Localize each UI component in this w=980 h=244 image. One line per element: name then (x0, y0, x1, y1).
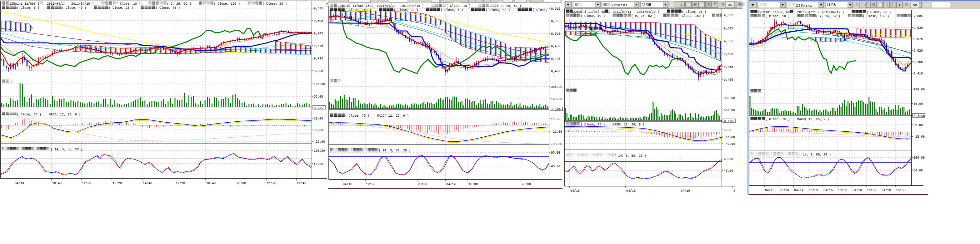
svg-text:11/06: 11/06 (642, 3, 651, 7)
svg-text:( Close, 10 ): ( Close, 10 ) (116, 2, 141, 6)
svg-text:55.00: 55.00 (913, 102, 923, 106)
svg-text:9,445: 9,445 (314, 45, 323, 48)
svg-text:T: T (714, 3, 716, 6)
svg-text:9,410: 9,410 (913, 72, 923, 75)
svg-text:( 9, 26, 52 ): ( 9, 26, 52 ) (631, 14, 655, 18)
svg-text:60: 60 (913, 3, 917, 7)
svg-text:( Close, 5 ): ( Close, 5 ) (441, 8, 463, 12)
svg-text:9,405: 9,405 (724, 78, 733, 81)
svg-text:14:40: 14:40 (143, 182, 152, 185)
svg-text:9,525: 9,525 (551, 32, 560, 36)
svg-text:10:40: 10:40 (52, 182, 62, 185)
svg-text:95.00: 95.00 (314, 95, 323, 99)
svg-text:225mini 11/06( 5: 225mini 11/06( 5 (10, 2, 40, 6)
svg-text:( 9, 26, 52 ): ( 9, 26, 52 ) (497, 5, 521, 8)
svg-text:50.00: 50.00 (314, 163, 323, 166)
svg-text:9,610: 9,610 (551, 7, 560, 11)
svg-text:( 14, 3, 80, 20 ): ( 14, 3, 80, 20 ) (51, 148, 83, 151)
svg-text:04/18: 04/18 (626, 189, 636, 193)
svg-text:350.00: 350.00 (724, 109, 735, 112)
svg-text:20:00: 20:00 (237, 182, 246, 185)
svg-text:04/19: 04/19 (681, 189, 690, 193)
svg-text:20:00: 20:00 (418, 183, 427, 186)
svg-text:04/15: 04/15 (823, 189, 833, 192)
svg-text:45.00: 45.00 (551, 165, 560, 168)
svg-text:( Close, 25 ): ( Close, 25 ) (867, 11, 891, 14)
svg-text:9,465: 9,465 (913, 61, 923, 64)
svg-text:-15.00: -15.00 (913, 135, 925, 139)
svg-text:100.00: 100.00 (913, 156, 925, 159)
svg-text:-22.00: -22.00 (314, 140, 325, 144)
svg-text:( 14, 3, 80, 20 ): ( 14, 3, 80, 20 ) (799, 153, 831, 156)
svg-text:( 9, 26, 52 ): ( 9, 26, 52 ) (167, 2, 191, 6)
svg-text:50.00: 50.00 (913, 169, 923, 172)
svg-text:( Close, 10 ): ( Close, 10 ) (765, 15, 790, 18)
svg-text:16:30: 16:30 (809, 189, 818, 192)
svg-text:16:30: 16:30 (896, 189, 905, 192)
svg-text:( 14, 3, 80, 20 ): ( 14, 3, 80, 20 ) (379, 149, 410, 152)
svg-text:( Close, 25 ): ( Close, 25 ) (682, 10, 706, 14)
svg-text:( Close, 5 ): ( Close, 5 ) (17, 6, 40, 10)
svg-text:( Close, 150 ): ( Close, 150 ) (863, 15, 889, 18)
svg-text:( Close, 10 ): ( Close, 10 ) (446, 5, 471, 8)
svg-text:100.00: 100.00 (314, 149, 325, 153)
svg-text:9,520: 9,520 (913, 49, 923, 53)
svg-text:× 100: × 100 (314, 106, 323, 110)
svg-text:16:30: 16:30 (867, 189, 876, 192)
svg-text:9,555: 9,555 (724, 40, 733, 43)
svg-text:800.00: 800.00 (724, 97, 735, 100)
svg-text:8.00: 8.00 (724, 129, 731, 132)
svg-text:( Close, 150 ): ( Close, 150 ) (345, 8, 371, 12)
svg-text:16:30: 16:30 (780, 189, 789, 192)
svg-text:9,505: 9,505 (724, 53, 733, 56)
svg-text:9,655: 9,655 (724, 14, 733, 17)
svg-text:9,565: 9,565 (551, 20, 560, 23)
svg-text:0: 0 (733, 189, 735, 193)
svg-text:195.00: 195.00 (314, 83, 325, 86)
svg-text:11.00: 11.00 (551, 118, 560, 121)
svg-text:-33.00: -33.00 (551, 143, 562, 146)
svg-text:13:20: 13:20 (113, 182, 122, 185)
svg-text:12:00: 12:00 (366, 183, 375, 186)
svg-text:9,630: 9,630 (913, 26, 923, 30)
svg-text:16:30: 16:30 (838, 189, 847, 192)
svg-text:385.00: 385.00 (551, 85, 562, 89)
svg-text:04/19: 04/19 (881, 189, 891, 192)
svg-text:× 100: × 100 (724, 120, 733, 123)
svg-text:9,575: 9,575 (913, 38, 923, 41)
svg-text:225mini 11/06( 30: 225mini 11/06( 30 (573, 10, 605, 14)
svg-text:9,505: 9,505 (314, 19, 323, 23)
svg-text:10.00: 10.00 (314, 117, 323, 120)
svg-text:MACD( 12, 26, 9 ): MACD( 12, 26, 9 ) (797, 118, 829, 121)
svg-text:22:40: 22:40 (297, 182, 306, 185)
svg-text:( Close, 20 ): ( Close, 20 ) (262, 2, 287, 6)
svg-text:MACD( 12, 26, 9 ): MACD( 12, 26, 9 ) (377, 114, 409, 118)
svg-text:9,440: 9,440 (551, 57, 560, 61)
svg-text:( Close, 25 ): ( Close, 25 ) (109, 6, 133, 10)
svg-text:9,475: 9,475 (314, 32, 323, 35)
svg-text:9,400: 9,400 (551, 70, 560, 73)
svg-text:( Close, 150 ): ( Close, 150 ) (214, 2, 240, 6)
svg-text:04/19: 04/19 (446, 183, 456, 186)
svg-text:-11.00: -11.00 (551, 130, 562, 134)
svg-text:× 100: × 100 (551, 108, 561, 112)
svg-text:04/18: 04/18 (343, 183, 352, 186)
svg-text:( Close, 75 ): ( Close, 75 ) (17, 113, 41, 116)
svg-text:21:20: 21:20 (267, 182, 276, 185)
svg-text:( Close, 40 ): ( Close, 40 ) (485, 8, 510, 12)
svg-text:9,385: 9,385 (314, 69, 323, 73)
svg-text:04/14: 04/14 (794, 189, 803, 192)
svg-text:17:20: 17:20 (176, 182, 185, 185)
svg-text:225mini: 225mini (611, 3, 628, 7)
svg-text:04/18: 04/18 (853, 189, 862, 192)
svg-text:, 2011/04/11 - 2011/04/19 ): , 2011/04/11 - 2011/04/19 ) (373, 5, 424, 8)
svg-text:45.00: 45.00 (724, 169, 733, 173)
svg-text:-6.00: -6.00 (314, 129, 323, 132)
svg-text:-16.00: -16.00 (724, 136, 735, 139)
svg-text:9,605: 9,605 (724, 27, 733, 30)
svg-text:12:00: 12:00 (82, 182, 91, 185)
svg-text:9,415: 9,415 (314, 57, 323, 61)
svg-text:225mini 11/06( 15: 225mini 11/06( 15 (337, 5, 369, 8)
svg-text:9,685: 9,685 (913, 15, 923, 18)
svg-text:( Close, 75 ): ( Close, 75 ) (765, 118, 790, 121)
